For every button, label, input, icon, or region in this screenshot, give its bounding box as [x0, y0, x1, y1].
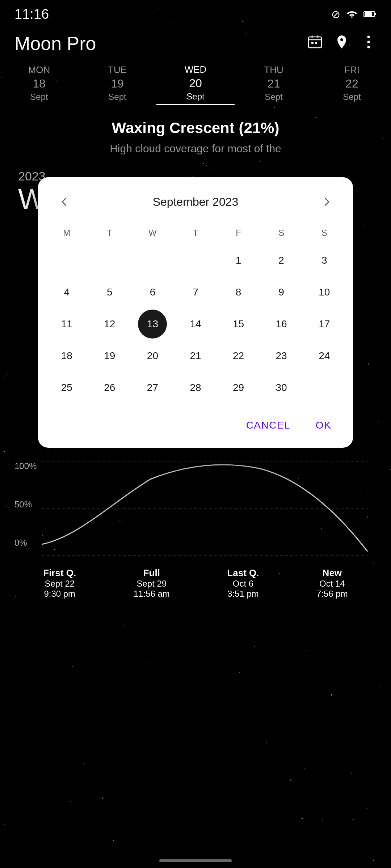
dow-header-S: S [260, 224, 303, 242]
more-icon[interactable] [361, 34, 377, 53]
svg-rect-2 [375, 13, 376, 15]
chart-label-100: 100% [14, 461, 37, 471]
phase-date: Sept 29 [134, 579, 170, 589]
calendar-day-30[interactable]: 30 [267, 373, 296, 402]
calendar-day-26[interactable]: 26 [95, 373, 124, 402]
dow-header-T: T [88, 224, 131, 242]
calendar-day-empty [181, 246, 210, 275]
day-tab-month: Sept [343, 92, 361, 102]
calendar-day-16[interactable]: 16 [267, 310, 296, 339]
calendar-day-3[interactable]: 3 [310, 246, 339, 275]
day-tab-22[interactable]: FRI 22 Sept [313, 61, 391, 105]
phase-date: Oct 14 [316, 579, 348, 589]
calendar-day-4[interactable]: 4 [52, 278, 81, 307]
phase-time: 7:56 pm [316, 589, 348, 599]
ok-button[interactable]: OK [308, 414, 339, 437]
phase-time: 9:30 pm [43, 589, 76, 599]
day-tab-dow: WED [185, 64, 207, 75]
calendar-day-11[interactable]: 11 [52, 310, 81, 339]
calendar-header: September 2023 [38, 177, 353, 221]
calendar-day-14[interactable]: 14 [181, 310, 210, 339]
calendar-month-year: September 2023 [153, 195, 239, 209]
day-tab-19[interactable]: TUE 19 Sept [78, 61, 156, 105]
calendar-day-21[interactable]: 21 [181, 341, 210, 370]
day-tabs: MON 18 Sept TUE 19 Sept WED 20 Sept THU … [0, 61, 391, 105]
svg-rect-8 [311, 42, 314, 44]
calendar-day-15[interactable]: 15 [224, 310, 253, 339]
moon-phase-desc: High cloud coverage for most of the [14, 142, 377, 155]
calendar-day-29[interactable]: 29 [224, 373, 253, 402]
calendar-day-8[interactable]: 8 [224, 278, 253, 307]
calendar-day-25[interactable]: 25 [52, 373, 81, 402]
svg-point-0 [351, 16, 353, 18]
home-indicator [159, 859, 232, 862]
svg-rect-3 [365, 12, 372, 16]
app-bar-icons [307, 34, 377, 53]
phase-date: Sept 22 [43, 579, 76, 589]
moon-phase-item: New Oct 14 7:56 pm [316, 567, 348, 599]
calendar-day-19[interactable]: 19 [95, 341, 124, 370]
dow-header-M: M [45, 224, 88, 242]
day-tab-month: Sept [108, 92, 126, 102]
dow-header-W: W [131, 224, 174, 242]
moon-phase-item: First Q. Sept 22 9:30 pm [43, 567, 76, 599]
phase-time: 11:56 am [134, 589, 170, 599]
calendar-day-9[interactable]: 9 [267, 278, 296, 307]
calendar-day-7[interactable]: 7 [181, 278, 210, 307]
app-title: Moon Pro [14, 33, 96, 54]
day-tab-dow: THU [264, 64, 283, 76]
calendar-day-empty [138, 246, 167, 275]
status-time: 11:16 [14, 7, 49, 22]
calendar-day-28[interactable]: 28 [181, 373, 210, 402]
calendar-day-20[interactable]: 20 [138, 341, 167, 370]
calendar-day-17[interactable]: 17 [310, 310, 339, 339]
day-tab-dow: MON [28, 64, 50, 76]
calendar-day-6[interactable]: 6 [138, 278, 167, 307]
dow-header-S: S [303, 224, 346, 242]
prev-month-button[interactable] [52, 190, 76, 213]
calendar-day-10[interactable]: 10 [310, 278, 339, 307]
day-tab-month: Sept [265, 92, 282, 102]
calendar-day-1[interactable]: 1 [224, 246, 253, 275]
moon-chart [40, 458, 369, 559]
calendar-actions: CANCEL OK [38, 403, 353, 437]
calendar-day-27[interactable]: 27 [138, 373, 167, 402]
calendar-day-empty [95, 246, 124, 275]
status-bar: 11:16 ⊘ [0, 0, 391, 25]
day-tab-month: Sept [186, 92, 204, 102]
chart-label-0: 0% [14, 538, 37, 548]
day-tab-18[interactable]: MON 18 Sept [0, 61, 78, 105]
calendar-dialog: September 2023 MTWTFSS 12345678910111213… [38, 177, 353, 448]
next-month-button[interactable] [315, 190, 339, 213]
day-tab-date: 22 [345, 77, 358, 90]
day-tab-21[interactable]: THU 21 Sept [235, 61, 313, 105]
battery-icon [363, 8, 377, 20]
day-tab-month: Sept [30, 92, 48, 102]
moon-phase-item: Full Sept 29 11:56 am [134, 567, 170, 599]
calendar-day-5[interactable]: 5 [95, 278, 124, 307]
phase-time: 3:51 pm [227, 589, 259, 599]
calendar-day-18[interactable]: 18 [52, 341, 81, 370]
calendar-day-22[interactable]: 22 [224, 341, 253, 370]
calendar-day-empty [310, 373, 339, 402]
calendar-day-12[interactable]: 12 [95, 310, 124, 339]
day-tab-date: 19 [111, 77, 124, 90]
cancel-button[interactable]: CANCEL [239, 414, 298, 437]
calendar-day-2[interactable]: 2 [267, 246, 296, 275]
day-tab-date: 18 [33, 77, 46, 90]
wifi-icon [346, 8, 358, 20]
calendar-day-13[interactable]: 13 [138, 310, 167, 339]
svg-rect-9 [315, 42, 317, 44]
phase-date: Oct 6 [227, 579, 259, 589]
phase-name: New [316, 567, 348, 579]
calendar-icon[interactable] [307, 34, 323, 53]
svg-point-12 [367, 46, 370, 48]
day-tab-date: 20 [189, 77, 202, 90]
day-tab-20[interactable]: WED 20 Sept [156, 61, 235, 105]
phase-name: First Q. [43, 567, 76, 579]
location-icon[interactable] [334, 34, 350, 53]
moon-phase-title: Waxing Crescent (21%) [14, 119, 377, 137]
calendar-day-23[interactable]: 23 [267, 341, 296, 370]
dnd-icon: ⊘ [331, 8, 340, 21]
calendar-day-24[interactable]: 24 [310, 341, 339, 370]
